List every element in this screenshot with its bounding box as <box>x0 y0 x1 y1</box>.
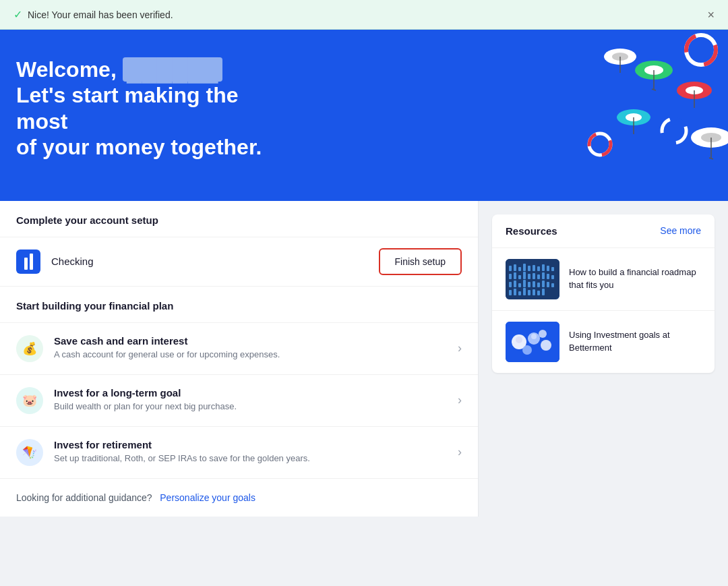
svg-rect-37 <box>523 272 526 279</box>
hero-username: ██████ <box>123 57 222 82</box>
svg-rect-28 <box>528 266 530 271</box>
svg-rect-55 <box>514 289 516 295</box>
hero-decoration <box>445 30 728 178</box>
save-cash-text: Save cash and earn interest A cash accou… <box>54 335 280 359</box>
check-icon: ✓ <box>13 8 22 21</box>
svg-rect-36 <box>518 275 521 279</box>
resource-item-2[interactable]: Using Investment goals at Betterment <box>492 311 715 373</box>
hero-section: Welcome, ██████ Let's start making the m… <box>0 30 728 201</box>
resource-thumbnail-2 <box>506 322 559 362</box>
svg-rect-48 <box>528 282 530 287</box>
svg-point-64 <box>516 336 522 343</box>
invest-retirement-chevron: › <box>458 445 462 459</box>
save-cash-chevron: › <box>458 341 462 355</box>
svg-rect-47 <box>523 280 526 287</box>
svg-rect-59 <box>533 289 535 295</box>
personalize-goals-link[interactable]: Personalize your goals <box>160 492 255 503</box>
bar1 <box>24 258 28 270</box>
invest-retirement-title: Invest for retirement <box>54 439 310 450</box>
resource-item-2-title: Using Investment goals at Betterment <box>569 329 701 353</box>
svg-rect-43 <box>551 275 554 279</box>
invest-retirement-desc: Set up traditional, Roth, or SEP IRAs to… <box>54 453 310 463</box>
financial-plan-header: Start building your financial plan <box>0 287 478 322</box>
svg-rect-24 <box>509 266 512 271</box>
svg-rect-58 <box>528 290 530 295</box>
svg-line-17 <box>709 158 713 159</box>
plan-item-invest-longterm-left: 🐷 Invest for a long-term goal Build weal… <box>16 387 237 414</box>
svg-rect-61 <box>542 289 545 295</box>
close-icon[interactable]: × <box>707 9 715 21</box>
account-setup-header: Complete your account setup <box>0 201 478 237</box>
svg-rect-29 <box>533 265 535 271</box>
svg-rect-35 <box>514 272 516 279</box>
finish-setup-button[interactable]: Finish setup <box>379 248 462 275</box>
svg-rect-53 <box>551 283 554 287</box>
notification-text: Nice! Your email has been verified. <box>28 9 173 20</box>
checking-icon-bars <box>24 254 33 270</box>
right-panel: Resources See more <box>479 201 728 517</box>
bar2 <box>30 254 33 270</box>
svg-rect-45 <box>514 281 516 287</box>
hero-title: Welcome, ██████ Let's start making the m… <box>16 57 286 160</box>
svg-rect-32 <box>547 266 549 271</box>
svg-rect-38 <box>528 274 530 279</box>
svg-rect-60 <box>537 291 540 295</box>
svg-rect-39 <box>533 273 535 279</box>
checking-label: Checking <box>51 256 94 267</box>
invest-longterm-text: Invest for a long-term goal Build wealth… <box>54 387 237 411</box>
svg-rect-51 <box>542 281 545 287</box>
invest-longterm-title: Invest for a long-term goal <box>54 387 237 399</box>
svg-point-69 <box>522 345 532 355</box>
svg-line-5 <box>652 89 656 90</box>
svg-rect-56 <box>518 291 521 295</box>
notification-banner: ✓ Nice! Your email has been verified. × <box>0 0 728 30</box>
svg-rect-34 <box>509 274 512 279</box>
invest-retirement-text: Invest for retirement Set up traditional… <box>54 439 310 463</box>
save-cash-icon: 💰 <box>16 335 43 362</box>
plan-item-invest-retirement[interactable]: 🪁 Invest for retirement Set up tradition… <box>0 426 478 478</box>
svg-point-66 <box>531 334 537 339</box>
plan-item-save-cash[interactable]: 💰 Save cash and earn interest A cash acc… <box>0 322 478 374</box>
svg-rect-25 <box>514 264 516 271</box>
svg-rect-27 <box>523 264 526 271</box>
checking-icon <box>16 250 40 274</box>
plan-item-invest-longterm[interactable]: 🐷 Invest for a long-term goal Build weal… <box>0 374 478 426</box>
invest-longterm-icon: 🐷 <box>16 387 43 414</box>
svg-rect-44 <box>509 282 512 287</box>
checking-account-item: Checking Finish setup <box>0 237 478 287</box>
account-item-left: Checking <box>16 250 94 274</box>
svg-rect-33 <box>551 267 554 271</box>
save-cash-title: Save cash and earn interest <box>54 335 280 347</box>
svg-rect-52 <box>547 282 549 287</box>
svg-rect-46 <box>518 283 521 287</box>
invest-retirement-icon: 🪁 <box>16 439 43 466</box>
svg-rect-57 <box>523 288 526 295</box>
svg-point-68 <box>544 341 549 345</box>
guidance-text: Looking for additional guidance? <box>16 492 152 503</box>
resource-thumbnail-1 <box>506 259 559 299</box>
svg-rect-50 <box>537 283 540 287</box>
resource-item-1-title: How to build a financial roadmap that fi… <box>569 266 701 291</box>
see-more-link[interactable]: See more <box>660 225 701 236</box>
main-content: Complete your account setup Checking Fin… <box>0 201 728 517</box>
invest-longterm-desc: Build wealth or plan for your next big p… <box>54 401 237 411</box>
resources-header: Resources See more <box>492 214 715 248</box>
svg-rect-26 <box>518 267 521 271</box>
invest-longterm-chevron: › <box>458 393 462 407</box>
resources-card: Resources See more <box>492 214 715 373</box>
svg-point-70 <box>539 330 547 338</box>
plan-item-invest-retirement-left: 🪁 Invest for retirement Set up tradition… <box>16 439 310 466</box>
svg-rect-41 <box>542 272 545 279</box>
save-cash-desc: A cash account for general use or for up… <box>54 349 280 359</box>
notification-left: ✓ Nice! Your email has been verified. <box>13 8 173 21</box>
svg-rect-40 <box>537 274 540 279</box>
svg-rect-49 <box>533 281 535 287</box>
guidance-footer: Looking for additional guidance? Persona… <box>0 478 478 517</box>
left-panel: Complete your account setup Checking Fin… <box>0 201 479 517</box>
svg-rect-30 <box>537 266 540 271</box>
svg-rect-54 <box>509 290 512 295</box>
svg-rect-31 <box>542 264 545 271</box>
resources-title: Resources <box>506 225 557 237</box>
svg-rect-42 <box>547 274 549 279</box>
resource-item-1[interactable]: How to build a financial roadmap that fi… <box>492 248 715 311</box>
